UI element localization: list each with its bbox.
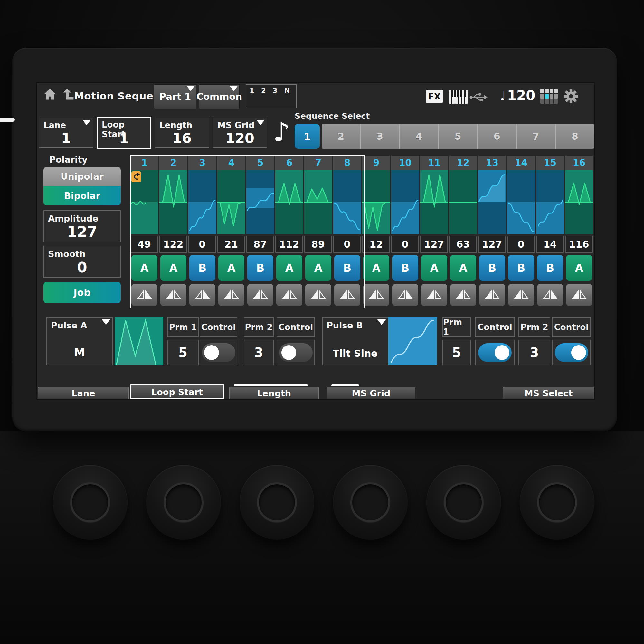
step-value-13[interactable]: 127 <box>478 236 506 253</box>
step-wave-12[interactable] <box>449 170 477 234</box>
step-flip-button-10[interactable] <box>392 284 418 306</box>
step-pulse-type-14[interactable]: B <box>508 255 534 281</box>
step-pulse-type-2[interactable]: A <box>160 255 186 281</box>
footer-tab-loop-start[interactable]: Loop Start <box>130 384 224 399</box>
pulse-b-prm1-value[interactable]: 5 <box>442 340 471 365</box>
step-wave-13[interactable] <box>478 170 506 234</box>
footer-tab-ms-select[interactable]: MS Select <box>503 384 594 399</box>
step-flip-button-13[interactable] <box>479 284 505 306</box>
footer-tab-lane[interactable]: Lane <box>38 384 129 399</box>
step-value-15[interactable]: 14 <box>536 236 564 253</box>
step-pulse-type-13[interactable]: B <box>479 255 505 281</box>
sequence-select-6[interactable]: 6 <box>477 124 516 149</box>
pulse-b-control1-toggle[interactable] <box>478 343 512 362</box>
step-flip-button-3[interactable] <box>189 284 215 306</box>
home-icon[interactable] <box>43 87 57 101</box>
fx-icon[interactable]: FX <box>426 90 443 103</box>
step-wave-8[interactable] <box>333 170 361 234</box>
step-flip-button-2[interactable] <box>160 284 186 306</box>
step-wave-11[interactable] <box>420 170 448 234</box>
loop-start-box[interactable]: Loop Start 1 <box>97 117 151 149</box>
pulse-b-box[interactable]: Pulse B Tilt Sine <box>322 317 388 365</box>
step-flip-button-12[interactable] <box>450 284 476 306</box>
tempo-display[interactable]: ♩ 120 <box>500 88 535 103</box>
step-value-1[interactable]: 49 <box>130 236 158 253</box>
step-value-9[interactable]: 12 <box>362 236 390 253</box>
live-set-grid-icon[interactable] <box>540 89 558 104</box>
step-value-11[interactable]: 127 <box>420 236 448 253</box>
step-value-3[interactable]: 0 <box>188 236 216 253</box>
step-pulse-type-12[interactable]: A <box>450 255 476 281</box>
pulse-a-control1-toggle[interactable] <box>202 343 235 362</box>
step-pulse-type-16[interactable]: A <box>566 255 592 281</box>
step-flip-button-15[interactable] <box>537 284 563 306</box>
step-flip-button-8[interactable] <box>334 284 360 306</box>
smooth-box[interactable]: Smooth 0 <box>43 246 121 278</box>
step-value-2[interactable]: 122 <box>159 236 187 253</box>
step-wave-10[interactable] <box>391 170 419 234</box>
step-value-16[interactable]: 116 <box>565 236 593 253</box>
step-value-5[interactable]: 87 <box>246 236 274 253</box>
step-wave-6[interactable] <box>275 170 303 234</box>
pulse-a-box[interactable]: Pulse A M <box>46 317 113 365</box>
sequence-select-4[interactable]: 4 <box>399 124 438 149</box>
step-flip-button-5[interactable] <box>247 284 273 306</box>
step-pulse-type-3[interactable]: B <box>189 255 215 281</box>
step-flip-button-1[interactable] <box>131 284 157 306</box>
step-value-8[interactable]: 0 <box>333 236 361 253</box>
pulse-a-prm2-value[interactable]: 3 <box>244 340 274 365</box>
step-value-10[interactable]: 0 <box>391 236 419 253</box>
bipolar-button[interactable]: Bipolar <box>43 186 121 205</box>
step-value-14[interactable]: 0 <box>507 236 535 253</box>
keyboard-icon[interactable] <box>449 90 468 104</box>
job-button[interactable]: Job <box>43 282 121 303</box>
unipolar-button[interactable]: Unipolar <box>43 167 121 186</box>
step-wave-9[interactable] <box>362 170 390 234</box>
step-flip-button-7[interactable] <box>305 284 331 306</box>
step-wave-15[interactable] <box>536 170 564 234</box>
step-pulse-type-10[interactable]: B <box>392 255 418 281</box>
step-pulse-type-5[interactable]: B <box>247 255 273 281</box>
step-pulse-type-11[interactable]: A <box>421 255 447 281</box>
step-wave-4[interactable] <box>217 170 245 234</box>
step-value-6[interactable]: 112 <box>275 236 303 253</box>
knob-6[interactable] <box>520 465 594 540</box>
knob-3[interactable] <box>240 465 314 540</box>
step-pulse-type-4[interactable]: A <box>218 255 244 281</box>
step-wave-3[interactable] <box>188 170 216 234</box>
step-flip-button-16[interactable] <box>566 284 592 306</box>
step-pulse-type-6[interactable]: A <box>276 255 302 281</box>
sequence-select-3[interactable]: 3 <box>360 124 399 149</box>
step-pulse-type-15[interactable]: B <box>537 255 563 281</box>
knob-2[interactable] <box>146 465 221 540</box>
knob-5[interactable] <box>426 465 501 540</box>
step-wave-16[interactable] <box>565 170 593 234</box>
step-flip-button-14[interactable] <box>508 284 534 306</box>
common-select-button[interactable]: Common <box>199 84 240 109</box>
length-box[interactable]: Length 16 <box>155 118 209 148</box>
step-value-4[interactable]: 21 <box>217 236 245 253</box>
step-pulse-type-9[interactable]: A <box>363 255 389 281</box>
pulse-a-control2-toggle[interactable] <box>279 343 313 362</box>
sequence-select-1[interactable]: 1 <box>295 124 320 149</box>
sequence-select-2[interactable]: 2 <box>322 124 360 149</box>
step-wave-7[interactable] <box>304 170 332 234</box>
sequence-select-8[interactable]: 8 <box>555 124 594 149</box>
step-wave-14[interactable] <box>507 170 535 234</box>
step-flip-button-9[interactable] <box>363 284 389 306</box>
step-wave-2[interactable] <box>159 170 187 234</box>
ms-grid-box[interactable]: MS Grid 120 <box>213 118 267 148</box>
sequence-select-5[interactable]: 5 <box>438 124 477 149</box>
step-wave-5[interactable] <box>246 170 274 234</box>
footer-tab-length[interactable]: Length <box>229 384 319 399</box>
step-value-7[interactable]: 89 <box>304 236 332 253</box>
step-pulse-type-8[interactable]: B <box>334 255 360 281</box>
lane-box[interactable]: Lane 1 <box>39 118 93 148</box>
pulse-b-prm2-value[interactable]: 3 <box>518 340 550 365</box>
step-flip-button-4[interactable] <box>218 284 244 306</box>
pulse-b-control2-toggle[interactable] <box>555 343 588 362</box>
sequence-select-7[interactable]: 7 <box>516 124 555 149</box>
gear-icon[interactable] <box>563 89 578 104</box>
footer-tab-ms-grid[interactable]: MS Grid <box>327 384 415 399</box>
part-select-button[interactable]: Part 1 <box>154 84 196 109</box>
